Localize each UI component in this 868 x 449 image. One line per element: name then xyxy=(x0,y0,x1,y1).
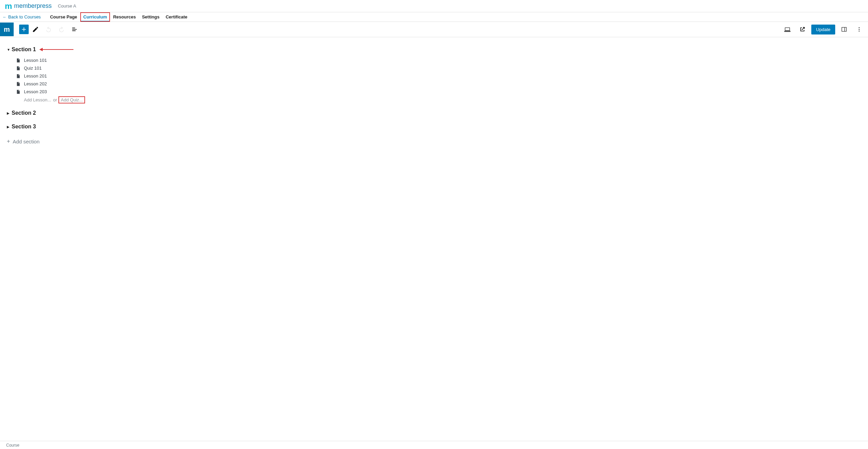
editor-toolbar: m Update xyxy=(0,22,868,37)
caret-right-icon: ▶ xyxy=(7,125,12,129)
add-lesson-button[interactable]: Add Lesson... xyxy=(24,97,51,102)
section-3-header[interactable]: ▶ Section 3 xyxy=(7,122,861,131)
brand-logo: m memberpress xyxy=(5,2,52,10)
add-block-button[interactable] xyxy=(19,25,29,34)
more-options-button[interactable] xyxy=(853,23,865,36)
section-3: ▶ Section 3 xyxy=(7,122,861,131)
add-item-row: Add Lesson... or Add Quiz... xyxy=(16,96,861,104)
undo-button[interactable] xyxy=(42,23,55,36)
item-label: Quiz 101 xyxy=(24,66,42,71)
toolbar-right: Update xyxy=(781,23,865,36)
pencil-icon xyxy=(32,26,39,33)
quiz-item[interactable]: Quiz 101 xyxy=(16,64,861,72)
section-1-title: Section 1 xyxy=(12,46,36,53)
curriculum-content: ▼ Section 1 Lesson 101 Quiz 101 Lesson 2… xyxy=(0,37,868,155)
or-separator: or xyxy=(53,97,57,102)
lesson-item[interactable]: Lesson 201 xyxy=(16,72,861,80)
brand-name: memberpress xyxy=(14,2,52,10)
list-view-icon xyxy=(71,26,78,33)
update-button[interactable]: Update xyxy=(811,25,835,34)
settings-sidebar-button[interactable] xyxy=(838,23,850,36)
page-icon xyxy=(16,58,20,63)
memberpress-badge-icon[interactable]: m xyxy=(0,23,14,36)
edit-tools-button[interactable] xyxy=(29,23,42,36)
item-label: Lesson 202 xyxy=(24,81,47,86)
page-icon xyxy=(16,82,20,86)
subnav: ← Back to Courses Course Page Curriculum… xyxy=(0,12,868,22)
section-1-items: Lesson 101 Quiz 101 Lesson 201 Lesson 20… xyxy=(7,56,861,96)
plus-icon: + xyxy=(7,138,10,144)
section-2: ▶ Section 2 xyxy=(7,108,861,118)
undo-icon xyxy=(45,26,52,33)
page-icon xyxy=(16,89,20,94)
item-label: Lesson 203 xyxy=(24,89,47,94)
svg-point-3 xyxy=(859,29,860,30)
view-button[interactable] xyxy=(781,23,794,36)
caret-down-icon: ▼ xyxy=(7,48,12,52)
section-2-title: Section 2 xyxy=(12,110,36,116)
tab-curriculum[interactable]: Curriculum xyxy=(80,12,110,22)
document-overview-button[interactable] xyxy=(68,23,81,36)
vertical-dots-icon xyxy=(856,26,863,33)
add-quiz-button[interactable]: Add Quiz... xyxy=(59,97,84,103)
redo-button[interactable] xyxy=(55,23,68,36)
svg-point-4 xyxy=(859,31,860,32)
tab-settings[interactable]: Settings xyxy=(139,12,163,22)
item-label: Lesson 201 xyxy=(24,73,47,79)
svg-rect-0 xyxy=(842,27,846,31)
sidebar-icon xyxy=(841,26,848,33)
lesson-item[interactable]: Lesson 203 xyxy=(16,88,861,96)
section-2-header[interactable]: ▶ Section 2 xyxy=(7,108,861,118)
external-link-icon xyxy=(799,26,806,33)
add-section-label: Add section xyxy=(13,139,39,144)
header-bar: m memberpress Course A xyxy=(0,0,868,12)
back-label: Back to Courses xyxy=(8,14,41,19)
toolbar-left: m xyxy=(3,23,81,36)
section-1-header[interactable]: ▼ Section 1 xyxy=(7,45,861,54)
laptop-icon xyxy=(784,26,791,33)
lesson-item[interactable]: Lesson 202 xyxy=(16,80,861,88)
course-name: Course A xyxy=(58,3,76,9)
redo-icon xyxy=(58,26,65,33)
section-1: ▼ Section 1 Lesson 101 Quiz 101 Lesson 2… xyxy=(7,45,861,104)
section-3-title: Section 3 xyxy=(12,124,36,130)
svg-point-2 xyxy=(859,27,860,28)
quiz-icon xyxy=(16,66,20,71)
tab-course-page[interactable]: Course Page xyxy=(47,12,80,22)
add-section-button[interactable]: + Add section xyxy=(7,136,861,147)
tab-certificate[interactable]: Certificate xyxy=(163,12,191,22)
back-to-courses-link[interactable]: ← Back to Courses xyxy=(3,14,41,19)
page-icon xyxy=(16,74,20,79)
preview-button[interactable] xyxy=(796,23,809,36)
plus-icon xyxy=(20,26,27,33)
item-label: Lesson 101 xyxy=(24,58,47,63)
annotation-arrow xyxy=(39,48,73,51)
lesson-item[interactable]: Lesson 101 xyxy=(16,56,861,64)
logo-mark-icon: m xyxy=(5,2,12,10)
caret-right-icon: ▶ xyxy=(7,111,12,115)
tab-resources[interactable]: Resources xyxy=(110,12,139,22)
arrow-left-icon: ← xyxy=(3,15,7,19)
